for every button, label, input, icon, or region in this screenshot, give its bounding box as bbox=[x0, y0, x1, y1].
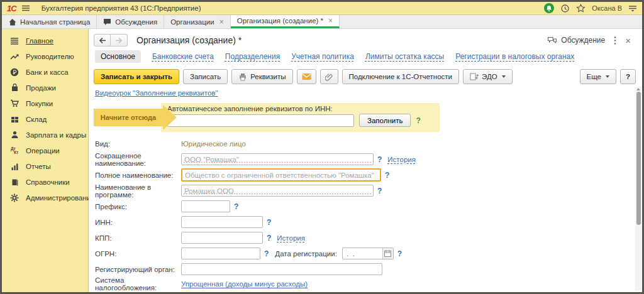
registration-date-input[interactable] bbox=[343, 250, 382, 258]
ogrn-input[interactable] bbox=[181, 248, 260, 259]
field-row-kpp: КПП: ? История bbox=[89, 230, 642, 246]
registration-date-help-link[interactable]: ? bbox=[397, 249, 402, 258]
edo-button[interactable]: ЭДО bbox=[463, 69, 513, 84]
field-row-registering-authority: Регистрирующий орган: bbox=[89, 261, 642, 277]
ruble-circle-icon bbox=[9, 68, 19, 77]
save-button[interactable]: Записать bbox=[183, 69, 228, 84]
app-window: 1С Бухгалтерия предприятия 43 (1С:Предпр… bbox=[0, 0, 644, 294]
menu-lines-icon bbox=[9, 37, 19, 45]
sidebar-item-directories[interactable]: Справочники bbox=[2, 174, 88, 190]
sidebar-item-manager[interactable]: Руководителю bbox=[2, 48, 88, 64]
registering-authority-input[interactable] bbox=[181, 263, 382, 275]
short-name-history-link[interactable]: История bbox=[387, 156, 416, 163]
sidebar-item-sales[interactable]: Продажи bbox=[2, 80, 88, 95]
save-and-close-button[interactable]: Записать и закрыть bbox=[94, 69, 179, 84]
service-menu-button[interactable] bbox=[628, 4, 637, 12]
window-title: Бухгалтерия предприятия 43 (1С:Предприят… bbox=[42, 4, 540, 12]
kpp-help-link[interactable]: ? bbox=[267, 234, 271, 242]
forward-button[interactable] bbox=[111, 34, 128, 46]
sidebar-item-purchases[interactable]: Покупки bbox=[2, 95, 88, 111]
field-row-short-name: Сокращенное наименование: ? История bbox=[89, 151, 642, 167]
bar-chart-icon bbox=[9, 163, 19, 170]
navtab-bank-accounts[interactable]: Банковские счета bbox=[152, 52, 214, 61]
tab-organization-create[interactable]: Организация (создание) * × bbox=[231, 15, 340, 28]
sidebar-item-warehouse[interactable]: Склад bbox=[2, 111, 88, 127]
more-menu-icon[interactable] bbox=[614, 36, 616, 45]
close-form-button[interactable]: × bbox=[625, 36, 631, 45]
more-button[interactable]: Еще bbox=[580, 69, 616, 84]
discussion-button[interactable]: Обсуждение bbox=[547, 36, 605, 45]
navtab-accounting-policy[interactable]: Учетная политика bbox=[291, 52, 354, 61]
attachments-button[interactable] bbox=[320, 69, 338, 84]
sidebar-item-reports[interactable]: Отчеты bbox=[2, 158, 88, 174]
kpp-input[interactable] bbox=[181, 232, 263, 244]
program-name-input[interactable] bbox=[181, 185, 374, 197]
kpp-history-link[interactable]: История bbox=[277, 234, 305, 242]
kind-value-link[interactable]: Юридическое лицо bbox=[181, 140, 246, 148]
star-icon bbox=[576, 4, 586, 13]
forward-arrow-icon bbox=[115, 37, 123, 44]
current-user[interactable]: Оксана В bbox=[592, 4, 622, 12]
favorites-button[interactable] bbox=[576, 4, 586, 13]
field-row-full-name: Полное наименование: ? bbox=[89, 167, 642, 183]
navtab-tax-registrations[interactable]: Регистрации в налоговых органах bbox=[455, 52, 574, 61]
back-arrow-icon bbox=[99, 37, 106, 44]
full-name-input[interactable] bbox=[181, 168, 381, 182]
help-button[interactable]: ? bbox=[620, 69, 636, 84]
scrollbar-thumb[interactable] bbox=[636, 92, 641, 225]
history-icon bbox=[560, 4, 570, 13]
ogrn-help-link[interactable]: ? bbox=[264, 249, 269, 258]
program-name-help-link[interactable]: ? bbox=[377, 187, 382, 195]
video-tutorial-link[interactable]: Видеоурок "Заполнение реквизитов" bbox=[95, 89, 218, 97]
tab-organizations[interactable]: Организации × bbox=[164, 15, 231, 28]
main-menu-icon[interactable] bbox=[21, 4, 30, 12]
service-menu-icon bbox=[628, 4, 637, 12]
inn-help-link[interactable]: ? bbox=[416, 116, 420, 125]
prefix-input[interactable] bbox=[181, 200, 230, 212]
printer-icon bbox=[238, 73, 247, 81]
chevron-down-icon bbox=[606, 75, 609, 78]
short-name-help-link[interactable]: ? bbox=[377, 155, 382, 164]
email-button[interactable] bbox=[297, 69, 316, 84]
sidebar-item-administration[interactable]: Администрирование bbox=[2, 190, 88, 205]
notifications-button[interactable] bbox=[544, 3, 554, 13]
tab-close-icon[interactable]: × bbox=[328, 16, 333, 25]
short-name-input[interactable] bbox=[181, 153, 374, 165]
navtab-main[interactable]: Основное bbox=[95, 50, 141, 63]
history-button[interactable] bbox=[560, 4, 570, 13]
form-nav-tabs: Основное Банковские счета Подразделения … bbox=[89, 49, 642, 67]
tab-discussions[interactable]: Обсуждения bbox=[97, 15, 164, 28]
field-row-program-name: Наименование в программе: ? bbox=[89, 183, 642, 199]
tab-close-icon[interactable]: × bbox=[219, 18, 224, 26]
gear-icon bbox=[9, 193, 19, 202]
envelope-icon bbox=[302, 73, 311, 80]
bell-icon bbox=[546, 5, 552, 12]
calendar-button[interactable] bbox=[382, 248, 393, 259]
inn-input[interactable] bbox=[181, 216, 263, 228]
vertical-scrollbar[interactable] bbox=[635, 87, 641, 291]
bag-icon bbox=[9, 84, 19, 92]
video-tutorial-row: Видеоурок "Заполнение реквизитов" bbox=[89, 88, 642, 101]
tab-home[interactable]: Начальная страница bbox=[2, 15, 97, 28]
navtab-cash-limits[interactable]: Лимиты остатка кассы bbox=[365, 52, 444, 61]
prefix-help-link[interactable]: ? bbox=[234, 202, 238, 211]
books-icon bbox=[9, 178, 19, 186]
sidebar-item-operations[interactable]: ДтКт Операции bbox=[2, 143, 88, 158]
sidebar-item-main[interactable]: Главное bbox=[2, 33, 88, 48]
navtab-subdivisions[interactable]: Подразделения bbox=[225, 52, 280, 61]
sidebar-item-salary-hr[interactable]: Зарплата и кадры bbox=[2, 127, 88, 143]
person-icon bbox=[9, 131, 19, 139]
field-row-tax-system: Система налогообложения: Упрощенная (дох… bbox=[89, 277, 642, 291]
requisites-button[interactable]: Реквизиты bbox=[231, 69, 292, 84]
fill-button[interactable]: Заполнить bbox=[359, 114, 411, 127]
full-name-help-link[interactable]: ? bbox=[385, 171, 389, 180]
form-header: Организация (создание) * Обсуждение × bbox=[89, 29, 642, 49]
1c-reporting-connect-button[interactable]: Подключение к 1С-Отчетности bbox=[342, 69, 460, 84]
tax-system-link[interactable]: Упрощенная (доходы минус расходы) bbox=[181, 280, 308, 288]
sidebar-item-bank-cash[interactable]: Банк и касса bbox=[2, 64, 88, 80]
inn-autofill-input[interactable] bbox=[167, 114, 354, 127]
field-row-prefix: Префикс: ? bbox=[89, 199, 642, 214]
scroll-up-arrow-icon[interactable] bbox=[636, 88, 640, 90]
back-button[interactable] bbox=[94, 34, 111, 46]
inn-help-link[interactable]: ? bbox=[267, 218, 271, 227]
